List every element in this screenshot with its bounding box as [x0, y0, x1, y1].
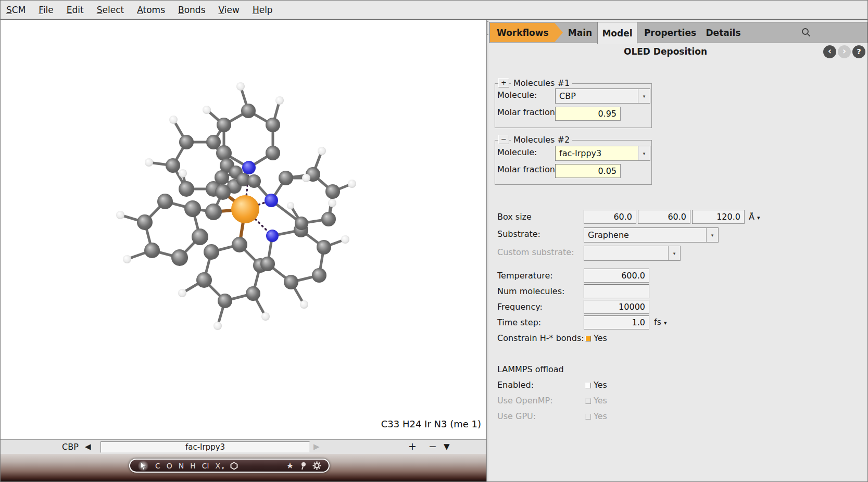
favorites-star-icon[interactable]: ★	[286, 462, 294, 470]
tab-bar: Workflows Main Model Properties Details	[489, 22, 867, 43]
custom-substrate-dropdown-icon[interactable]: ▾	[668, 246, 680, 260]
tab-main[interactable]: Main	[563, 23, 597, 42]
element-n-button[interactable]: N	[179, 462, 184, 470]
substrate-label: Substrate:	[497, 229, 540, 239]
box-size-y-input[interactable]	[638, 210, 690, 224]
menu-help[interactable]: Help	[247, 5, 280, 15]
unit-dropdown-icon: ▾	[757, 214, 760, 221]
menu-view[interactable]: View	[213, 5, 247, 15]
menu-edit[interactable]: Edit	[61, 5, 91, 15]
use-gpu-checkbox[interactable]	[585, 414, 591, 420]
use-openmp-label: Use OpenMP:	[497, 396, 553, 406]
molecule-formula: C33 H24 Ir N3 (me 1)	[381, 418, 481, 429]
num-molecules-label: Num molecules:	[497, 286, 564, 297]
help-button[interactable]: ?	[852, 45, 865, 58]
pointer-pin-icon[interactable]	[300, 462, 306, 470]
molecules-2-group-title: Molecules #2	[511, 135, 572, 145]
temperature-label: Temperature:	[497, 271, 553, 281]
tab-model[interactable]: Model	[597, 22, 637, 44]
element-x-button[interactable]: X	[216, 462, 221, 470]
lammps-enabled-label: Enabled:	[497, 380, 534, 390]
menu-select[interactable]: Select	[91, 5, 131, 15]
lammps-offload-header: LAMMPS offload	[497, 364, 564, 374]
box-size-label: Box size	[497, 212, 532, 222]
menu-file[interactable]: File	[33, 5, 60, 15]
substrate-select[interactable]: Graphene ▾	[584, 227, 719, 243]
history-forward-button[interactable]: ›	[838, 45, 851, 58]
select-tool-button[interactable]	[137, 460, 149, 472]
molecule-2-select[interactable]: fac-Irppy3 ▾	[555, 146, 650, 161]
molecule-2-label: Molecule:	[497, 147, 537, 158]
element-toolbar: C O N H Cl X ▾ ★	[129, 459, 330, 473]
prev-molecule-icon[interactable]: ◀	[85, 442, 91, 451]
remove-molecule-button[interactable]: −	[429, 440, 437, 452]
time-step-input[interactable]	[584, 315, 649, 329]
box-size-unit-select[interactable]: Å ▾	[749, 212, 760, 222]
lammps-enabled-yes-label: Yes	[594, 380, 607, 390]
molecule-1-value: CBP	[556, 91, 638, 101]
molar-fraction-1-label: Molar fraction:	[497, 107, 558, 118]
remove-molecules-block-button[interactable]: −	[498, 135, 509, 144]
molecule-1-select[interactable]: CBP ▾	[555, 88, 650, 104]
use-gpu-label: Use GPU:	[497, 411, 536, 422]
cursor-icon	[140, 462, 146, 470]
time-step-label: Time step:	[497, 318, 541, 328]
menu-scm[interactable]: SCM	[1, 5, 33, 15]
element-o-button[interactable]: O	[167, 462, 172, 470]
molar-fraction-2-label: Molar fraction:	[497, 164, 558, 175]
molecule-3d-model[interactable]	[1, 20, 486, 439]
custom-substrate-select[interactable]: ▾	[584, 246, 681, 261]
constrain-bonds-label: Constrain H-* bonds:	[497, 333, 584, 344]
constrain-bonds-checkbox[interactable]	[585, 336, 591, 341]
history-back-button[interactable]: ‹	[823, 45, 836, 58]
element-c-button[interactable]: C	[155, 462, 160, 470]
page-title: OLED Deposition	[509, 46, 822, 57]
current-molecule-field[interactable]: fac-Irppy3	[100, 441, 310, 453]
ring-tool-icon[interactable]	[230, 462, 238, 470]
num-molecules-input[interactable]	[584, 284, 649, 298]
time-step-unit-select[interactable]: fs ▾	[654, 317, 667, 327]
add-molecule-button[interactable]: +	[408, 440, 417, 452]
frequency-label: Frequency:	[497, 302, 543, 312]
molecule-1-label: Molecule:	[497, 90, 537, 100]
unit-dropdown-icon: ▾	[664, 320, 667, 326]
settings-gear-icon[interactable]	[312, 461, 321, 470]
temperature-input[interactable]	[584, 269, 649, 283]
toolbar-gradient-zone: C O N H Cl X ▾ ★	[1, 454, 486, 482]
molecules-1-group-title: Molecules #1	[511, 78, 572, 88]
molecule-viewer[interactable]: C33 H24 Ir N3 (me 1)	[1, 20, 486, 439]
menu-atoms[interactable]: Atoms	[131, 5, 172, 15]
substrate-dropdown-icon[interactable]: ▾	[706, 228, 718, 242]
next-molecule-icon[interactable]: ▶	[313, 442, 320, 451]
input-panel: Workflows Main Model Properties Details …	[488, 20, 868, 482]
menu-bar: SCM File Edit Select Atoms Bonds View He…	[1, 1, 867, 20]
box-size-z-input[interactable]	[692, 210, 745, 224]
molecule-2-dropdown-icon[interactable]: ▾	[638, 146, 650, 160]
tab-properties[interactable]: Properties	[639, 23, 701, 42]
molecule-nav-bar: CBP ◀ fac-Irppy3 ▶ + − ▼	[1, 439, 486, 454]
use-gpu-yes-label: Yes	[594, 411, 607, 421]
molar-fraction-2-input[interactable]	[555, 164, 621, 178]
box-size-x-input[interactable]	[584, 210, 636, 224]
ams-input-window: { "menu": {"items": [ {"key":"S","rest":…	[0, 0, 868, 482]
first-molecule-label: CBP	[62, 442, 79, 452]
element-h-button[interactable]: H	[190, 462, 196, 470]
molar-fraction-1-input[interactable]	[555, 107, 621, 121]
tab-workflows[interactable]: Workflows	[490, 23, 563, 42]
element-cl-button[interactable]: Cl	[202, 462, 209, 470]
add-molecules-block-button[interactable]: +	[498, 78, 509, 87]
use-openmp-yes-label: Yes	[594, 396, 607, 405]
frequency-input[interactable]	[584, 300, 649, 314]
use-openmp-checkbox[interactable]	[585, 398, 591, 404]
menu-bonds[interactable]: Bonds	[172, 5, 213, 15]
molecule-2-value: fac-Irppy3	[556, 148, 638, 158]
constrain-bonds-yes-label: Yes	[594, 333, 607, 343]
molecule-menu-button[interactable]: ▼	[444, 442, 450, 451]
element-x-dropdown-icon[interactable]: ▾	[222, 466, 224, 471]
lammps-enabled-checkbox[interactable]	[585, 383, 591, 388]
tab-details[interactable]: Details	[702, 23, 744, 42]
molecule-1-dropdown-icon[interactable]: ▾	[638, 89, 650, 103]
custom-substrate-label: Custom substrate:	[497, 247, 574, 258]
substrate-value: Graphene	[584, 230, 706, 240]
search-icon[interactable]	[801, 27, 811, 37]
